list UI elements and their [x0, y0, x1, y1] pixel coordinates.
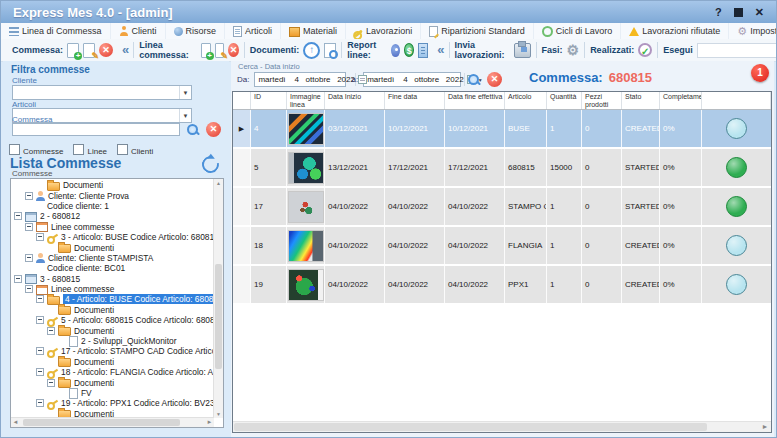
row-selector[interactable] — [233, 149, 251, 186]
table-row[interactable]: 1804/10/202204/10/202204/10/2022FLANGIA1… — [233, 227, 771, 266]
report-cost-button[interactable]: $ — [404, 43, 415, 57]
column-header-articolo[interactable]: Articolo — [505, 92, 547, 109]
edit-linea-button[interactable] — [215, 43, 225, 58]
status-indicator-circle[interactable] — [726, 235, 747, 256]
scroll-thumb[interactable] — [215, 264, 222, 369]
tree-item[interactable]: 5 - Articolo: 680815 Codice Articolo: 68… — [11, 315, 213, 325]
column-header-id[interactable]: ID — [251, 92, 287, 109]
esegui-input[interactable] — [697, 43, 777, 58]
row-selector[interactable] — [233, 188, 251, 225]
column-header-immagine-linea[interactable]: Immagine linea — [287, 92, 325, 109]
scroll-down-icon[interactable]: ▼ — [214, 410, 223, 418]
tree-item[interactable]: Linee commesse — [11, 284, 213, 294]
menu-item-risorse[interactable]: Risorse — [166, 23, 226, 39]
refresh-icon[interactable] — [199, 153, 223, 177]
tree-item[interactable]: 3 - 680815 — [11, 274, 213, 284]
collapse-right-button[interactable]: « — [433, 41, 448, 59]
column-header-fine-data[interactable]: Fine data — [385, 92, 445, 109]
menu-item-lavorazioni-rifiutate[interactable]: Lavorazioni rifiutate — [621, 23, 729, 39]
status-indicator-circle[interactable] — [726, 274, 747, 295]
tree-item[interactable]: Documenti — [11, 377, 213, 387]
collapse-expander-icon[interactable] — [36, 368, 44, 376]
menu-item-cicli-di-lavoro[interactable]: Cicli di Lavoro — [534, 23, 622, 39]
tree-horizontal-scrollbar[interactable]: ◄ ► — [11, 417, 214, 427]
column-header-blank[interactable] — [702, 92, 771, 109]
tree-item[interactable]: 2 - 680812 — [11, 211, 213, 221]
table-row[interactable]: 1904/10/202204/10/202204/10/2022PPX110CR… — [233, 266, 771, 305]
date-clear-button[interactable]: ✕ — [487, 72, 502, 87]
menu-item-lavorazioni[interactable]: Lavorazioni — [346, 23, 421, 39]
column-header-quantit[interactable]: Quantità — [547, 92, 582, 109]
scroll-thumb[interactable] — [234, 423, 707, 431]
menu-item-articoli[interactable]: Articoli — [225, 23, 281, 39]
realizzati-check-button[interactable]: ✓ — [638, 43, 652, 57]
collapse-expander-icon[interactable] — [25, 192, 33, 200]
tree-vertical-scrollbar[interactable]: ▲ ▼ — [213, 179, 223, 418]
report-document-button[interactable] — [418, 43, 428, 58]
collapse-left-button[interactable]: « — [118, 41, 133, 59]
menu-item-materiali[interactable]: Materiali — [281, 23, 346, 39]
table-row[interactable]: 1704/10/202204/10/202204/10/2022STAMPO C… — [233, 188, 771, 227]
tree-item[interactable]: Codice cliente: BC01 — [11, 263, 213, 273]
clear-filter-button[interactable]: ✕ — [206, 122, 221, 137]
table-horizontal-scrollbar[interactable]: ► — [233, 421, 771, 432]
collapse-expander-icon[interactable] — [25, 285, 33, 293]
search-icon[interactable] — [185, 122, 201, 138]
fasi-gear-button[interactable]: ⚙ — [567, 43, 580, 58]
cliente-select[interactable]: ▼ — [12, 85, 192, 100]
column-header-data-inizio[interactable]: Data Inizio — [325, 92, 385, 109]
tree-item[interactable]: 3 - Articolo: BUSE Codice Articolo: 6808… — [11, 232, 213, 242]
column-header-pezzi-prodotti[interactable]: Pezzi prodotti — [582, 92, 622, 109]
collapse-expander-icon[interactable] — [47, 379, 55, 387]
notification-badge[interactable]: 1 — [751, 64, 769, 82]
new-linea-button[interactable] — [201, 43, 211, 58]
collapse-expander-icon[interactable] — [25, 223, 33, 231]
tree-item[interactable]: Documenti — [11, 357, 213, 367]
tree-item[interactable]: Cliente: Cliente Prova — [11, 190, 213, 200]
status-indicator-circle[interactable] — [726, 157, 747, 178]
menu-item-ripartizioni-standard[interactable]: Ripartizioni Standard — [421, 23, 534, 39]
send-lavorazioni-button[interactable] — [514, 43, 531, 58]
column-header-completamento[interactable]: Completamento — [660, 92, 702, 109]
scroll-left-icon[interactable]: ◄ — [11, 418, 20, 427]
scroll-right-icon[interactable]: ► — [760, 422, 770, 432]
column-header-blank[interactable] — [233, 92, 251, 109]
tree-item[interactable]: 18 - Articolo: FLANGIA Codice Articolo: … — [11, 367, 213, 377]
scroll-up-icon[interactable]: ▲ — [214, 179, 223, 187]
tree-item[interactable]: Cliente: Cliente STAMPISTA — [11, 253, 213, 263]
maximize-button[interactable] — [734, 8, 743, 17]
collapse-expander-icon[interactable] — [36, 233, 44, 241]
date-to-picker[interactable]: martedì 4 ottobre 2022▼ — [363, 72, 461, 87]
checkbox-clienti[interactable]: Clienti — [117, 144, 153, 156]
collapse-expander-icon[interactable] — [36, 399, 44, 407]
menu-item-impostazioni[interactable]: ⚙Impostazioni — [729, 23, 777, 39]
table-row[interactable]: 513/12/202117/12/202117/12/2021680815150… — [233, 149, 771, 188]
tree-item[interactable]: Documenti — [11, 305, 213, 315]
collapse-expander-icon[interactable] — [36, 316, 44, 324]
status-indicator-circle[interactable] — [726, 118, 747, 139]
help-button[interactable]: ? — [715, 6, 722, 18]
row-selector[interactable] — [233, 227, 251, 264]
column-header-data-fine-effettiva[interactable]: Data fine effettiva — [445, 92, 505, 109]
upload-document-button[interactable]: ↑ — [303, 42, 320, 59]
date-from-picker[interactable]: martedì 4 ottobre 2022▼ — [254, 72, 346, 87]
tree-item[interactable]: Linee commesse — [11, 222, 213, 232]
row-selector[interactable]: ▶ — [233, 110, 251, 147]
menu-item-linea-di-commessa[interactable]: Linea di Commessa — [1, 23, 111, 39]
collapse-expander-icon[interactable] — [14, 275, 22, 283]
scroll-right-icon[interactable]: ► — [205, 418, 214, 427]
menu-item-clienti[interactable]: Clienti — [111, 23, 166, 39]
new-commessa-button[interactable] — [67, 43, 79, 58]
delete-linea-button[interactable]: ✕ — [228, 43, 239, 57]
tree-item[interactable]: Documenti — [11, 180, 213, 190]
close-button[interactable]: ✕ — [755, 6, 764, 19]
edit-commessa-button[interactable] — [83, 43, 95, 58]
row-selector[interactable] — [233, 266, 251, 303]
date-search-button[interactable] — [466, 72, 482, 88]
tree-item[interactable]: 2 - Sviluppi_QuickMonitor — [11, 336, 213, 346]
commessa-filter-input[interactable] — [12, 123, 180, 136]
tree-item[interactable]: Documenti — [11, 409, 213, 417]
collapse-expander-icon[interactable] — [14, 212, 22, 220]
report-chart-button[interactable] — [391, 44, 400, 57]
collapse-expander-icon[interactable] — [25, 254, 33, 262]
